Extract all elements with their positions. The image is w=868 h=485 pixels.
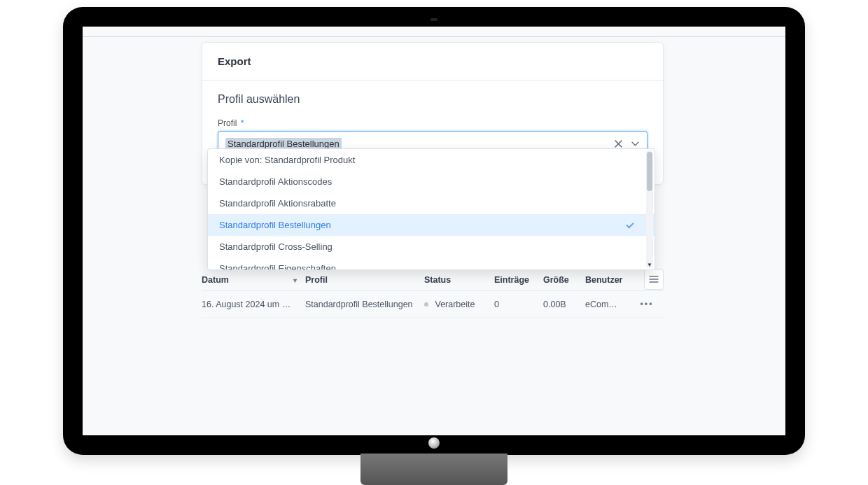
export-title: Export — [218, 55, 648, 67]
cell-profile: Standardprofil Bestellungen — [300, 300, 419, 309]
col-entries[interactable]: Einträge — [489, 275, 538, 285]
export-card-header: Export — [202, 43, 663, 80]
monitor-frame: Export Profil auswählen Profil * Standar… — [63, 7, 805, 455]
row-actions-button[interactable]: ••• — [630, 300, 664, 309]
dropdown-option[interactable]: Standardprofil Eigenschaften — [208, 258, 654, 269]
columns-icon — [649, 275, 659, 283]
profile-dropdown-list: Kopie von: Standardprofil Produkt Standa… — [208, 149, 654, 269]
close-icon — [615, 140, 622, 148]
monitor-stand — [360, 454, 507, 485]
col-status[interactable]: Status — [419, 275, 489, 285]
profile-label-text: Profil — [218, 118, 237, 128]
cell-user: eCommerce — [580, 300, 630, 309]
table-header-row: Datum ▾ Profil Status Einträge Größe Ben… — [202, 269, 664, 291]
cell-status: Verarbeite — [419, 300, 489, 309]
scrollbar-arrow-down-icon[interactable]: ▼ — [646, 261, 653, 268]
dropdown-option[interactable]: Standardprofil Cross-Selling — [208, 236, 654, 258]
chevron-down-icon — [631, 140, 639, 148]
col-user[interactable]: Benutzer — [580, 275, 630, 285]
export-activity-table: Datum ▾ Profil Status Einträge Größe Ben… — [202, 269, 664, 318]
col-date[interactable]: Datum ▾ — [202, 275, 300, 285]
cell-date: 16. August 2024 um 14:02 — [202, 300, 300, 309]
profile-field-label: Profil * — [218, 118, 648, 128]
cell-status-text: Verarbeite — [435, 300, 475, 309]
scrollbar-thumb[interactable] — [647, 152, 652, 191]
camera-dot — [430, 18, 438, 21]
dropdown-option-selected[interactable]: Standardprofil Bestellungen — [208, 214, 654, 236]
profile-select-value: Standardprofil Bestellungen — [225, 138, 342, 150]
top-divider — [83, 36, 785, 37]
table-row: 16. August 2024 um 14:02 Standardprofil … — [202, 291, 664, 318]
required-mark: * — [241, 118, 244, 128]
table-columns-button[interactable] — [644, 269, 664, 290]
status-dot-icon — [424, 302, 428, 307]
app-screen: Export Profil auswählen Profil * Standar… — [83, 27, 785, 435]
dropdown-option[interactable]: Kopie von: Standardprofil Produkt — [208, 149, 654, 171]
dropdown-option[interactable]: Standardprofil Aktionscodes — [208, 171, 654, 192]
select-profile-title: Profil auswählen — [218, 93, 648, 106]
sort-chevron-down-icon: ▾ — [293, 276, 297, 283]
cell-size: 0.00B — [538, 300, 580, 309]
col-profile[interactable]: Profil — [300, 275, 419, 285]
dropdown-option[interactable]: Standardprofil Aktionsrabatte — [208, 192, 654, 214]
col-size[interactable]: Größe — [538, 275, 580, 285]
cell-entries: 0 — [489, 300, 538, 309]
col-date-label: Datum — [202, 275, 229, 285]
dropdown-scrollbar[interactable]: ▼ — [646, 150, 653, 268]
monitor-home-button — [428, 437, 440, 449]
profile-dropdown: Kopie von: Standardprofil Produkt Standa… — [207, 148, 655, 270]
